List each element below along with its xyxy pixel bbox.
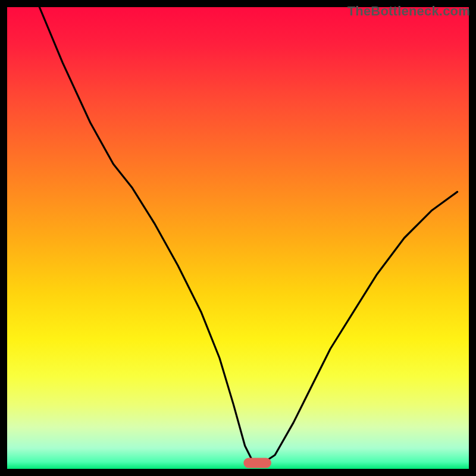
watermark-text: TheBottleneck.com	[347, 4, 470, 19]
optimal-marker-pill	[243, 458, 271, 468]
bottleneck-chart	[0, 0, 476, 476]
heat-gradient-background	[7, 7, 469, 469]
chart-svg	[0, 0, 476, 476]
